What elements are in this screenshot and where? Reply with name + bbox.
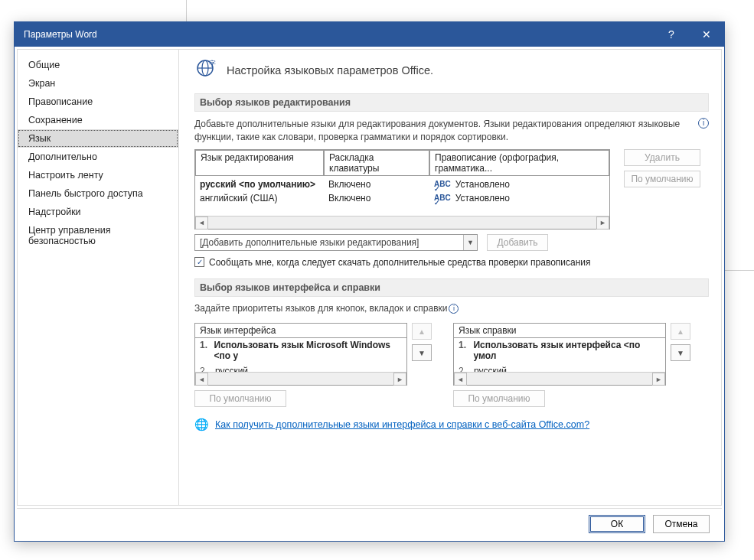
sidebar-item-language[interactable]: Язык <box>18 129 178 148</box>
scroll-left-icon[interactable]: ◄ <box>195 217 208 230</box>
add-language-button[interactable]: Добавить <box>487 234 548 251</box>
cancel-button[interactable]: Отмена <box>653 515 710 533</box>
info-icon[interactable]: i <box>698 118 709 129</box>
page-title: Настройка языковых параметров Office. <box>227 64 433 77</box>
scroll-right-icon[interactable]: ► <box>652 373 665 386</box>
sidebar-item-general[interactable]: Общие <box>18 56 178 74</box>
list-item[interactable]: 1.Использовать язык Microsoft Windows <п… <box>195 337 406 363</box>
help-default-button[interactable]: По умолчанию <box>453 390 545 407</box>
table-header-proofing: Правописание (орфография, грамматика... <box>429 150 609 176</box>
move-down-button[interactable]: ▼ <box>412 344 432 361</box>
add-language-dropdown[interactable]: [Добавить дополнительные языки редактиро… <box>194 234 478 251</box>
move-up-button[interactable]: ▲ <box>671 323 690 340</box>
checkbox-checked-icon[interactable]: ✓ <box>194 257 204 267</box>
table-scrollbar[interactable]: ◄ ► <box>195 216 609 229</box>
ui-default-button[interactable]: По умолчанию <box>194 390 286 407</box>
help-language-listbox[interactable]: Язык справки 1.Использовать язык интерфе… <box>453 323 666 386</box>
help-button[interactable]: ? <box>654 22 689 47</box>
editing-languages-table[interactable]: Язык редактирования Раскладка клавиатуры… <box>194 149 610 230</box>
ui-language-listbox[interactable]: Язык интерфейса 1.Использовать язык Micr… <box>194 323 407 386</box>
scroll-right-icon[interactable]: ► <box>596 217 609 230</box>
scroll-left-icon[interactable]: ◄ <box>454 373 467 386</box>
table-header-lang: Язык редактирования <box>195 150 324 176</box>
delete-language-button[interactable]: Удалить <box>624 149 700 166</box>
word-options-dialog: Параметры Word ? ✕ Общие Экран Правописа… <box>14 21 725 542</box>
sidebar-item-ribbon[interactable]: Настроить ленту <box>18 166 178 184</box>
notify-download-checkbox-row[interactable]: ✓ Сообщать мне, когда следует скачать до… <box>194 257 709 268</box>
scroll-left-icon[interactable]: ◄ <box>195 373 208 386</box>
spellcheck-icon: ABC <box>434 180 451 188</box>
window-title: Параметры Word <box>24 29 97 40</box>
sidebar-item-trustcenter[interactable]: Центр управления безопасностью <box>18 221 178 250</box>
sidebar-item-proofing[interactable]: Правописание <box>18 93 178 111</box>
set-default-button[interactable]: По умолчанию <box>624 171 700 187</box>
info-icon[interactable]: i <box>449 304 459 314</box>
table-row[interactable]: английский (США) Включено ABCУстановлено <box>195 190 609 203</box>
sidebar-item-addins[interactable]: Надстройки <box>18 203 178 221</box>
listbox-scrollbar[interactable]: ◄ ► <box>454 372 665 385</box>
sidebar-item-qat[interactable]: Панель быстрого доступа <box>18 184 178 203</box>
table-header-keyboard: Раскладка клавиатуры <box>324 150 429 176</box>
section-ui-desc: Задайте приоритеты языков для кнопок, вк… <box>194 303 709 314</box>
spellcheck-icon: ABC <box>434 194 451 202</box>
checkbox-label: Сообщать мне, когда следует скачать допо… <box>209 257 591 268</box>
sidebar-item-display[interactable]: Экран <box>18 74 178 93</box>
titlebar: Параметры Word ? ✕ <box>15 22 724 47</box>
scroll-right-icon[interactable]: ► <box>393 373 406 386</box>
move-down-button[interactable]: ▼ <box>671 344 690 361</box>
language-globe-icon: 字 <box>194 57 217 83</box>
ok-button[interactable]: ОК <box>589 515 645 533</box>
get-more-languages-link[interactable]: Как получить дополнительные языки интерф… <box>215 419 589 430</box>
svg-text:字: 字 <box>209 60 216 67</box>
globe-icon: 🌐 <box>194 418 209 431</box>
close-button[interactable]: ✕ <box>689 22 724 47</box>
move-up-button[interactable]: ▲ <box>412 323 432 340</box>
listbox-scrollbar[interactable]: ◄ ► <box>195 372 406 385</box>
sidebar-item-save[interactable]: Сохранение <box>18 111 178 129</box>
section-ui-title: Выбор языков интерфейса и справки <box>194 278 709 297</box>
section-editing-desc: Добавьте дополнительные языки для редакт… <box>194 118 709 145</box>
category-sidebar: Общие Экран Правописание Сохранение Язык… <box>18 50 179 505</box>
list-item[interactable]: 1.Использовать язык интерфейса <по умол <box>454 337 665 363</box>
chevron-down-icon[interactable]: ▼ <box>463 235 477 250</box>
table-row[interactable]: русский <по умолчанию> Включено ABCУстан… <box>195 176 609 190</box>
sidebar-item-advanced[interactable]: Дополнительно <box>18 148 178 166</box>
section-editing-title: Выбор языков редактирования <box>194 93 709 112</box>
